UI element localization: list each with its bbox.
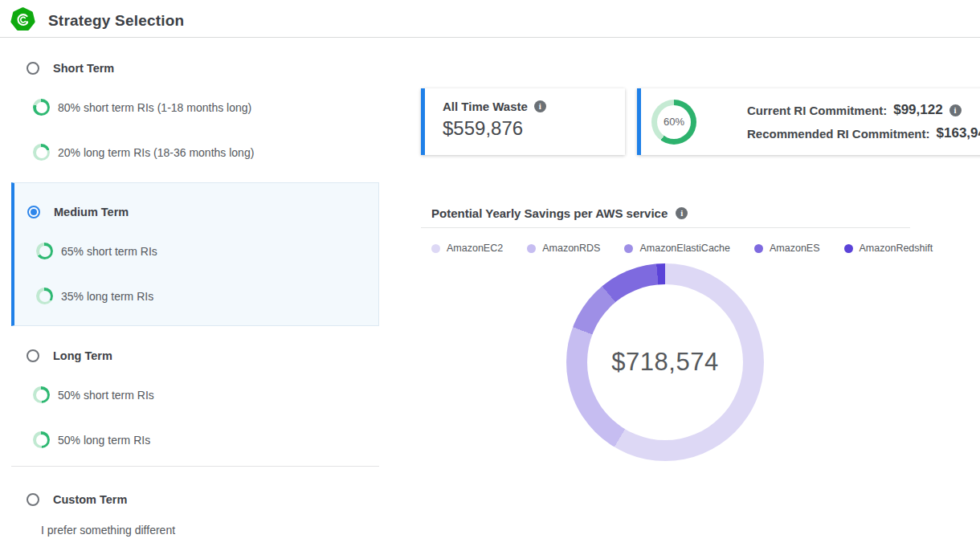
- strategy-detail-row: 50% short term RIs: [33, 386, 154, 403]
- strategy-detail-row: 65% short term RIs: [36, 243, 157, 259]
- legend-item-amazones[interactable]: AmazonES: [754, 243, 820, 254]
- waste-card-title: All Time Waste: [443, 100, 528, 113]
- savings-donut-chart: $718,574: [566, 263, 764, 461]
- legend-dot: [527, 244, 536, 253]
- recommended-ri-label: Recommended RI Commitment:: [747, 127, 930, 141]
- donut-center-total: $718,574: [611, 348, 718, 377]
- divider: [11, 466, 379, 467]
- coverage-gauge: 60%: [651, 100, 696, 145]
- strategy-selection-screen: Strategy Selection Short Term 80% short …: [0, 0, 980, 555]
- strategy-label: Custom Term: [53, 493, 127, 506]
- legend-dot: [844, 244, 853, 253]
- all-time-waste-card: All Time Waste i $559,876: [421, 88, 625, 155]
- strategy-detail-row: 50% long term RIs: [33, 431, 150, 448]
- strategy-option-medium-term[interactable]: Medium Term: [27, 206, 129, 218]
- recommended-ri-commitment-row: Recommended RI Commitment: $163,947 i: [747, 125, 980, 141]
- legend-dot: [624, 244, 633, 253]
- coverage-gauge-label: 60%: [657, 105, 691, 139]
- legend-item-amazonec2[interactable]: AmazonEC2: [431, 243, 503, 254]
- strategy-option-custom-term[interactable]: Custom Term: [27, 493, 127, 506]
- current-ri-value: $99,122: [893, 102, 942, 118]
- percent-ring-icon: [36, 243, 53, 259]
- current-ri-commitment-row: Current RI Commitment: $99,122 i: [747, 102, 980, 118]
- strategy-detail-label: 50% short term RIs: [58, 389, 154, 402]
- strategy-detail-row: 80% short term RIs (1-18 months long): [33, 99, 251, 116]
- percent-ring-icon: [33, 99, 50, 116]
- waste-value: $559,876: [443, 117, 625, 140]
- legend-label: AmazonEC2: [447, 243, 503, 254]
- percent-ring-icon: [33, 386, 50, 403]
- legend-dot: [431, 244, 440, 253]
- divider: [421, 227, 910, 228]
- current-ri-label: Current RI Commitment:: [747, 104, 887, 117]
- strategy-detail-label: 50% long term RIs: [58, 434, 150, 447]
- strategy-label: Long Term: [53, 349, 112, 362]
- radio-long-term[interactable]: [27, 349, 39, 362]
- strategy-detail-label: 20% long term RIs (18-36 months long): [58, 146, 254, 159]
- brand-logo-icon: [10, 7, 35, 32]
- radio-custom-term[interactable]: [27, 493, 39, 506]
- info-icon[interactable]: i: [534, 100, 546, 112]
- strategy-option-long-term[interactable]: Long Term: [27, 349, 112, 362]
- strategy-detail-label: 65% short term RIs: [61, 245, 157, 258]
- legend-label: AmazonElastiCache: [639, 243, 730, 254]
- strategy-label: Medium Term: [54, 206, 129, 218]
- radio-medium-term[interactable]: [27, 206, 40, 218]
- legend-label: AmazonES: [770, 243, 820, 254]
- donut-hole: $718,574: [587, 284, 743, 440]
- legend-label: AmazonRedshift: [860, 243, 933, 254]
- strategy-option-short-term[interactable]: Short Term: [27, 62, 114, 75]
- strategy-detail-row: 20% long term RIs (18-36 months long): [33, 144, 254, 161]
- info-icon[interactable]: i: [676, 207, 688, 219]
- strategy-detail-label: 35% long term RIs: [61, 290, 153, 303]
- recommended-ri-value: $163,947: [937, 125, 980, 141]
- ri-commitment-card: 60% Current RI Commitment: $99,122 i Rec…: [637, 88, 980, 155]
- chart-title: Potential Yearly Savings per AWS service: [431, 206, 668, 220]
- page-title: Strategy Selection: [48, 12, 184, 30]
- strategy-detail-row: 35% long term RIs: [36, 288, 153, 304]
- chart-legend: AmazonEC2 AmazonRDS AmazonElastiCache Am…: [431, 243, 933, 254]
- percent-ring-icon: [36, 288, 53, 304]
- percent-ring-icon: [33, 144, 50, 161]
- percent-ring-icon: [33, 431, 50, 448]
- legend-item-amazonredshift[interactable]: AmazonRedshift: [844, 243, 933, 254]
- legend-item-amazonelasticache[interactable]: AmazonElastiCache: [624, 243, 730, 254]
- legend-label: AmazonRDS: [542, 243, 600, 254]
- strategy-detail-label: 80% short term RIs (1-18 months long): [58, 101, 251, 114]
- custom-term-description: I prefer something different: [41, 524, 175, 537]
- legend-dot: [754, 244, 763, 253]
- info-icon[interactable]: i: [949, 104, 962, 116]
- radio-short-term[interactable]: [27, 62, 39, 75]
- legend-item-amazonrds[interactable]: AmazonRDS: [527, 243, 600, 254]
- header: Strategy Selection: [0, 0, 980, 38]
- strategy-label: Short Term: [53, 62, 114, 75]
